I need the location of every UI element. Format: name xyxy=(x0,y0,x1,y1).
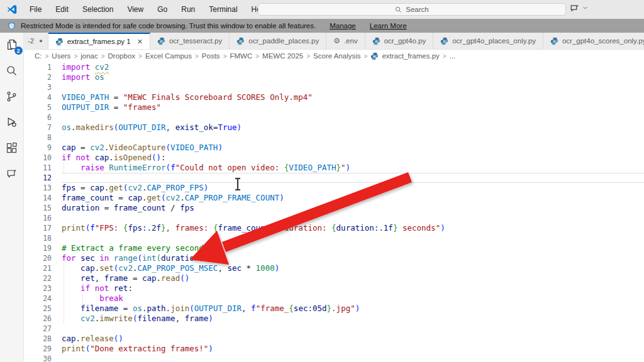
menu-bar: FileEditSelectionViewGoRunTerminalHelp xyxy=(24,3,272,16)
vscode-logo-icon xyxy=(6,4,18,15)
code-line-12[interactable]: 12 xyxy=(24,173,644,183)
code-line-13[interactable]: 13fps = cap.get(cv2.CAP_PROP_FPS) xyxy=(24,183,644,193)
breadcrumb-item[interactable]: Users xyxy=(52,52,70,60)
indent-guide xyxy=(64,293,64,304)
line-number: 7 xyxy=(24,123,62,133)
breadcrumb-item[interactable]: jonac xyxy=(80,52,98,60)
chat-sidebar-icon[interactable] xyxy=(4,165,20,182)
line-number: 16 xyxy=(24,213,62,223)
tab--2[interactable]: -2● xyxy=(24,33,48,49)
code-line-5[interactable]: 5OUTPUT_DIR = "frames" xyxy=(24,102,644,112)
code-line-4[interactable]: 4VIDEO_PATH = "MEWC Finals Scoreboard SC… xyxy=(24,92,644,102)
code-line-10[interactable]: 10if not cap.isOpened(): xyxy=(24,153,644,163)
tab-ocr-tesseract-py[interactable]: ocr_tesseract.py xyxy=(150,33,230,49)
code-line-21[interactable]: 21 cap.set(cv2.CAP_PROP_POS_MSEC, sec * … xyxy=(24,263,644,273)
line-text: cap.release() xyxy=(62,334,644,344)
code-line-17[interactable]: 17print(f"FPS: {fps:.2f}, frames: {frame… xyxy=(24,223,644,233)
breadcrumb-label: ... xyxy=(450,52,456,60)
breadcrumb-separator-icon: > xyxy=(255,53,259,60)
run-debug-icon[interactable] xyxy=(4,114,20,130)
breadcrumb-item[interactable]: extract_frames.py xyxy=(370,52,439,60)
code-line-16[interactable]: 16 xyxy=(24,213,644,223)
line-text: for sec in range(int(duration)): xyxy=(62,253,644,263)
python-file-icon xyxy=(440,37,448,45)
explorer-icon[interactable]: 2 xyxy=(4,36,20,53)
code-line-23[interactable]: 23 if not ret: xyxy=(24,283,644,293)
menu-view[interactable]: View xyxy=(121,3,149,16)
command-search-input[interactable]: Search xyxy=(258,3,566,16)
line-text: # Extract a frame every second xyxy=(62,243,644,253)
code-line-14[interactable]: 14frame_count = cap.get(cv2.CAP_PROP_FRA… xyxy=(24,193,644,203)
breadcrumb-item[interactable]: Dropbox xyxy=(108,52,135,60)
learn-more-link[interactable]: Learn More xyxy=(370,22,407,30)
code-line-3[interactable]: 3 xyxy=(24,82,644,92)
indent-guide xyxy=(64,263,64,273)
breadcrumb-item[interactable]: MEWC 2025 xyxy=(262,52,303,60)
code-line-7[interactable]: 7os.makedirs(OUTPUT_DIR, exist_ok=True) xyxy=(24,123,644,133)
breadcrumb-item[interactable]: Score Analysis xyxy=(313,52,360,60)
menu-file[interactable]: File xyxy=(24,3,47,16)
tab-ocr-gpt4o-places-only-py[interactable]: ocr_gpt4o_places_only.py xyxy=(433,33,543,49)
line-number: 17 xyxy=(24,223,62,233)
menu-selection[interactable]: Selection xyxy=(77,3,119,16)
code-line-22[interactable]: 22 ret, frame = cap.read() xyxy=(24,273,644,283)
breadcrumb-item[interactable]: C: xyxy=(35,52,42,60)
line-text: frame_count = cap.get(cv2.CAP_PROP_FRAME… xyxy=(62,193,644,203)
menu-edit[interactable]: Edit xyxy=(50,3,74,16)
line-text xyxy=(62,133,644,143)
close-tab-icon[interactable]: ✕ xyxy=(137,38,143,46)
line-text: cap.set(cv2.CAP_PROP_POS_MSEC, sec * 100… xyxy=(62,263,644,273)
tab--env[interactable]: ⚙.env xyxy=(326,33,365,49)
python-file-icon xyxy=(236,37,245,45)
breadcrumb-item[interactable]: Excel Campus xyxy=(145,52,192,60)
menu-go[interactable]: Go xyxy=(152,3,173,16)
code-line-27[interactable]: 27 xyxy=(24,324,644,334)
code-line-18[interactable]: 18 xyxy=(24,233,644,243)
line-text xyxy=(62,82,644,92)
search-sidebar-icon[interactable] xyxy=(4,62,20,79)
code-line-8[interactable]: 8 xyxy=(24,133,644,143)
code-line-1[interactable]: 1import cv2 xyxy=(24,62,644,72)
code-line-26[interactable]: 26 cv2.imwrite(filename, frame) xyxy=(24,314,644,324)
tab-extract-frames-py-1[interactable]: extract_frames.py 1✕ xyxy=(48,33,150,50)
breadcrumb-label: MEWC 2025 xyxy=(262,52,303,60)
chat-panel-icon[interactable] xyxy=(569,3,580,13)
menu-terminal[interactable]: Terminal xyxy=(203,3,243,16)
extensions-icon[interactable] xyxy=(4,140,20,156)
breadcrumb-label: Dropbox xyxy=(108,52,135,60)
code-line-19[interactable]: 19# Extract a frame every second xyxy=(24,243,644,253)
tab-ocr-paddle-places-py[interactable]: ocr_paddle_places.py xyxy=(230,33,326,49)
code-line-2[interactable]: 2import os xyxy=(24,72,644,82)
code-line-9[interactable]: 9cap = cv2.VideoCapture(VIDEO_PATH) xyxy=(24,143,644,153)
code-line-24[interactable]: 24 break xyxy=(24,293,644,304)
code-line-30[interactable]: 30 xyxy=(24,354,644,362)
code-line-11[interactable]: 11 raise RuntimeError(f"Could not open v… xyxy=(24,163,644,173)
code-editor[interactable]: 1import cv22import os34VIDEO_PATH = "MEW… xyxy=(24,62,644,362)
manage-link[interactable]: Manage xyxy=(330,22,356,30)
code-line-6[interactable]: 6 xyxy=(24,112,644,123)
source-control-icon[interactable] xyxy=(4,88,20,104)
tab-ocr-gpt4o-scores-only-py[interactable]: ocr_gpt4o_scores_only.py xyxy=(543,33,644,49)
tab-label: -2 xyxy=(28,37,34,45)
code-line-28[interactable]: 28cap.release() xyxy=(24,334,644,344)
line-number: 18 xyxy=(24,233,62,243)
breadcrumb-label: jonac xyxy=(80,52,98,60)
line-text: os.makedirs(OUTPUT_DIR, exist_ok=True) xyxy=(62,123,644,133)
tab-ocr-gpt4o-py[interactable]: ocr_gpt4o.py xyxy=(365,33,434,49)
menu-run[interactable]: Run xyxy=(175,3,201,16)
breadcrumb-item[interactable]: Posts xyxy=(202,52,220,60)
line-number: 23 xyxy=(24,283,62,293)
code-line-20[interactable]: 20for sec in range(int(duration)): xyxy=(24,253,644,263)
code-line-15[interactable]: 15duration = frame_count / fps xyxy=(24,203,644,213)
python-file-icon xyxy=(55,38,64,46)
breadcrumb-label: FMWC xyxy=(230,52,252,60)
tab-label: extract_frames.py 1 xyxy=(67,38,131,45)
breadcrumb-item[interactable]: ... xyxy=(450,52,456,60)
title-bar: FileEditSelectionViewGoRunTerminalHelp ←… xyxy=(0,0,644,19)
code-line-29[interactable]: 29print("Done extracting frames!") xyxy=(24,344,644,354)
line-text: if not ret: xyxy=(62,283,644,293)
line-text: print(f"FPS: {fps:.2f}, frames: {frame_c… xyxy=(62,223,644,233)
chevron-down-icon[interactable] xyxy=(582,4,589,11)
breadcrumb-item[interactable]: FMWC xyxy=(230,52,252,60)
code-line-25[interactable]: 25 filename = os.path.join(OUTPUT_DIR, f… xyxy=(24,304,644,314)
